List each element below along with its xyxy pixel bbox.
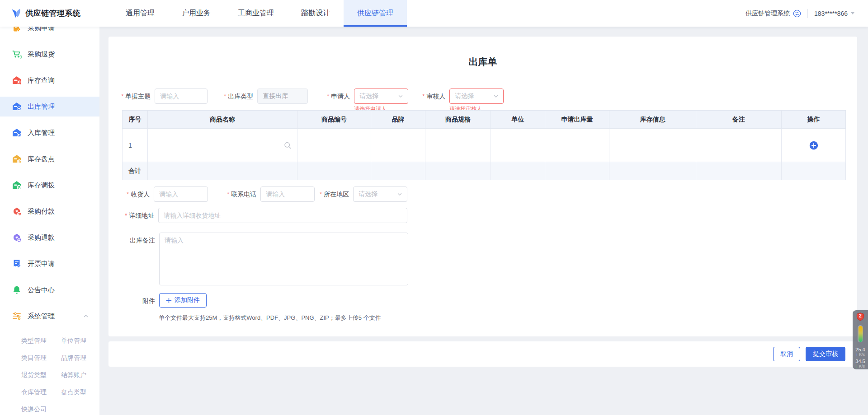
reviewer-placeholder: 请选择: [455, 92, 474, 100]
sidebar-item-8[interactable]: 采购付款: [0, 201, 99, 221]
col-header-2: 商品名称: [148, 111, 297, 129]
sidebar-subitem-8[interactable]: 盘点类型: [61, 384, 99, 401]
system-icon: [12, 311, 22, 321]
chevron-up-icon[interactable]: [83, 313, 89, 319]
brand: 供应链管理系统: [0, 0, 104, 27]
address-label: 详细地址: [125, 208, 154, 223]
sidebar-item-10[interactable]: 开票申请: [0, 254, 99, 274]
system-switcher-label: 供应链管理系统: [745, 9, 790, 18]
applicant-label: 申请人: [327, 89, 350, 104]
add-row-button[interactable]: [809, 141, 818, 150]
stocktake-icon: [12, 154, 22, 164]
page-title: 出库单: [108, 56, 857, 68]
nav-tab-2[interactable]: 户用业务: [168, 0, 224, 27]
goods-table-header-row: 序号商品名称商品编号品牌商品规格单位申请出库量库存信息备注操作: [123, 111, 846, 129]
sidebar-item-6[interactable]: 库存盘点: [0, 149, 99, 169]
col-header-3: 商品编号: [297, 111, 371, 129]
brand-cell: [371, 129, 425, 162]
sidebar-item-11[interactable]: 公告中心: [0, 280, 99, 300]
search-icon[interactable]: [284, 141, 292, 149]
remark-cell: [696, 129, 782, 162]
sidebar-subitem-4[interactable]: 品牌管理: [61, 350, 99, 367]
attachment-hint: 单个文件最大支持25M，支持格式Word、PDF、JPG、PNG、ZIP；最多上…: [159, 314, 381, 322]
sidebar-item-2[interactable]: 采购退货: [0, 44, 99, 64]
chevron-down-icon: [851, 12, 854, 14]
upload-speed-unit: K/s: [859, 352, 865, 357]
col-header-10: 操作: [782, 111, 846, 129]
col-header-9: 备注: [696, 111, 782, 129]
header-right: 供应链管理系统 183*****866: [745, 0, 868, 27]
sidebar-item-4[interactable]: 出库管理: [0, 97, 99, 117]
sidebar-subitem-6[interactable]: 结算账户: [61, 367, 99, 384]
unit-cell: [491, 129, 545, 162]
consignee-input[interactable]: [154, 187, 208, 202]
sidebar-item-9[interactable]: 采购退款: [0, 228, 99, 247]
applicant-placeholder: 请选择: [359, 92, 378, 100]
sidebar-item-7[interactable]: 库存调拨: [0, 175, 99, 195]
chevron-down-icon: [397, 191, 402, 197]
sidebar-item-label: 采购退款: [28, 233, 55, 242]
chevron-down-icon: [398, 93, 403, 99]
add-attachment-button[interactable]: 添加附件: [159, 293, 207, 308]
nav-tab-3[interactable]: 工商业管理: [224, 0, 288, 27]
sidebar-item-label: 开票申请: [28, 260, 55, 268]
col-header-4: 品牌: [371, 111, 425, 129]
subject-input[interactable]: [155, 89, 208, 104]
subject-label: 单据主题: [121, 89, 151, 104]
applicant-select[interactable]: 请选择: [354, 89, 408, 104]
sidebar-item-label: 入库管理: [28, 129, 55, 137]
product-code-cell: [297, 129, 371, 162]
outbound-type-label: 出库类型: [224, 89, 253, 104]
nav-tab-1[interactable]: 通用管理: [112, 0, 168, 27]
download-speed-value: 34.5: [855, 359, 865, 364]
user-phone: 183*****866: [814, 10, 848, 17]
total-label: 合计: [123, 162, 148, 180]
sidebar-item-1[interactable]: 采购申请: [0, 27, 99, 38]
sidebar-subitem-9[interactable]: 快递公司: [21, 401, 61, 415]
col-header-5: 商品规格: [425, 111, 491, 129]
region-select[interactable]: 请选择: [353, 187, 407, 202]
stock-info-cell: [609, 129, 696, 162]
upload-speed-value: 25.4: [855, 347, 865, 352]
user-menu[interactable]: 183*****866: [814, 10, 854, 17]
phone-input[interactable]: [260, 187, 315, 202]
field-consignee: 收货人: [127, 187, 208, 202]
security-shield-icon[interactable]: 2: [856, 312, 864, 322]
performance-gauge: [858, 325, 863, 342]
outbound-form-card: 出库单 单据主题 出库类型 申请人 请选择 请选择申请人 审核人 请选择 请选择…: [108, 37, 857, 336]
field-region: 所在地区 请选择: [320, 187, 407, 202]
goods-table-row: 1: [123, 129, 846, 162]
cancel-button[interactable]: 取消: [773, 347, 800, 361]
address-input[interactable]: [158, 208, 407, 223]
sidebar-item-label: 库存调拨: [28, 181, 55, 190]
sidebar-item-label: 采购申请: [28, 27, 55, 33]
col-header-7: 申请出库量: [545, 111, 609, 129]
reviewer-select[interactable]: 请选择: [449, 89, 504, 104]
sidebar-item-5[interactable]: 入库管理: [0, 123, 99, 143]
sidebar-subitem-5[interactable]: 退货类型: [21, 367, 61, 384]
system-switcher[interactable]: 供应链管理系统: [745, 9, 801, 18]
net-speeds: 25.4 ↑ K/s 34.5 ↓ K/s: [855, 347, 865, 370]
nav-tab-5[interactable]: 供应链管理: [344, 0, 407, 27]
inbound-icon: [12, 128, 22, 138]
purchase-return-icon: [12, 49, 22, 59]
sidebar-item-3[interactable]: 库存查询: [0, 70, 99, 90]
sidebar-item-label: 库存盘点: [28, 155, 55, 163]
top-header: 供应链管理系统 通用管理户用业务工商业管理踏勘设计供应链管理 供应链管理系统 1…: [0, 0, 868, 27]
sidebar-subitem-7[interactable]: 仓库管理: [21, 384, 61, 401]
switch-system-icon[interactable]: [793, 9, 801, 18]
row-index: 1: [123, 129, 148, 162]
sidebar-item-12[interactable]: 系统管理: [0, 306, 99, 326]
remark-textarea[interactable]: [159, 233, 408, 285]
sidebar-item-label: 公告中心: [28, 286, 55, 294]
add-attachment-label: 添加附件: [175, 296, 200, 304]
sidebar-subitem-1[interactable]: 类型管理: [21, 332, 61, 350]
brand-title: 供应链管理系统: [25, 8, 81, 19]
net-speed-widget[interactable]: 2 25.4 ↑ K/s 34.5 ↓ K/s: [853, 310, 868, 369]
sidebar-subitem-2[interactable]: 单位管理: [61, 332, 99, 350]
nav-tab-4[interactable]: 踏勘设计: [288, 0, 344, 27]
inventory-query-icon: [12, 75, 22, 85]
product-name-cell[interactable]: [148, 129, 297, 162]
submit-review-button[interactable]: 提交审核: [806, 347, 845, 361]
sidebar-subitem-3[interactable]: 类目管理: [21, 350, 61, 367]
